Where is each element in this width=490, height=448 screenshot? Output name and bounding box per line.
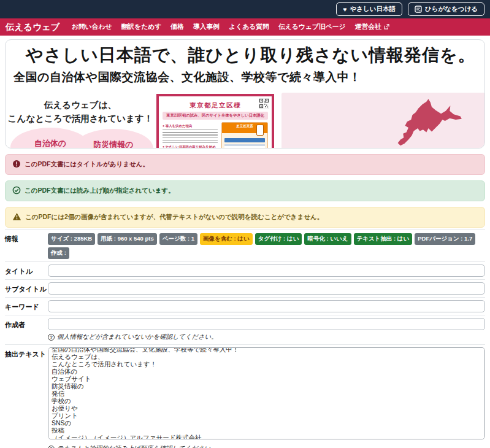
extracted-text-row: 抽出テキスト やさしい日本語で、誰ひとり取り残さない情報発信を。 全国の自治体や… bbox=[5, 344, 485, 448]
hokkaido-map-icon bbox=[393, 98, 463, 149]
alert-missing-alt-text: このPDFには2個の画像が含まれていますが、代替テキストがないので説明を読むこと… bbox=[5, 207, 485, 228]
subtitle-input[interactable] bbox=[48, 282, 485, 295]
nav-item-try-translation[interactable]: 翻訳をためす bbox=[121, 23, 162, 31]
pdf-metadata-form: 情報 サイズ : 285KB 用紙 : 960 x 540 pts ページ数 :… bbox=[5, 229, 485, 448]
heart-icon: ♥ bbox=[343, 6, 346, 13]
alert-reading-order-text: このPDF文書には読み上げ順が指定されています。 bbox=[25, 187, 175, 195]
info-badges: サイズ : 285KB 用紙 : 960 x 540 pts ページ数 : 1 … bbox=[48, 232, 485, 259]
case-study-text-column: ● 導入を決めた理由 ● やさしい日本語の取り組みを始めたきっかけ bbox=[163, 122, 218, 149]
question-circle-icon bbox=[48, 446, 55, 448]
phone-icon bbox=[256, 125, 264, 136]
add-furigana-button[interactable]: ひらがなをつける bbox=[408, 2, 484, 16]
extracted-text-hint: テキストと論理的な読み上げ順序を確認してください。 bbox=[48, 444, 485, 448]
brand-logo[interactable]: 伝えるウェブ bbox=[6, 21, 60, 33]
badge-tagged: タグ付け : はい bbox=[255, 233, 302, 245]
badge-has-images: 画像を含む : はい bbox=[200, 233, 253, 245]
badge-size: サイズ : 285KB bbox=[48, 233, 95, 245]
keywords-label: キーワード bbox=[5, 300, 48, 312]
keywords-input[interactable] bbox=[48, 300, 485, 312]
extracted-text-area[interactable]: やさしい日本語で、誰ひとり取り残さない情報発信を。 全国の自治体や国際交流協会、… bbox=[48, 347, 485, 439]
badge-text-extract: テキスト抽出 : はい bbox=[354, 233, 413, 245]
thumb-blue-bar bbox=[224, 138, 265, 142]
main-navbar: 伝えるウェブ お問い合わせ 翻訳をためす 価格 導入事例 よくある質問 伝えるウ… bbox=[0, 18, 490, 36]
author-hint-text: 個人情報などが含まれていないかを確認してください。 bbox=[57, 333, 218, 341]
alert-reading-order: このPDF文書には読み上げ順が指定されています。 bbox=[5, 180, 485, 201]
nav-item-pricing[interactable]: 価格 bbox=[170, 23, 184, 31]
add-furigana-label: ひらがなをつける bbox=[425, 5, 478, 14]
pdf-usage-intro-line2: こんなところで活用されています！ bbox=[7, 112, 154, 126]
qr-code-icon bbox=[259, 98, 269, 111]
thumb-list-rows bbox=[224, 144, 265, 149]
badge-creator: 作成 : bbox=[48, 247, 69, 259]
case-study-bullet2: ● やさしい日本語の取り組みを始めたきっかけ bbox=[163, 145, 218, 149]
info-row: 情報 サイズ : 285KB 用紙 : 960 x 540 pts ページ数 :… bbox=[5, 229, 485, 261]
exclamation-circle-icon bbox=[12, 160, 21, 169]
case-body-text-lines bbox=[163, 129, 218, 143]
extracted-text-hint-text: テキストと論理的な読み上げ順序を確認してください。 bbox=[57, 444, 217, 448]
keywords-row: キーワード bbox=[5, 297, 485, 315]
pdf-headline: やさしい日本語で、誰ひとり取り残さない情報発信を。 bbox=[26, 44, 476, 67]
check-circle-icon bbox=[12, 186, 21, 196]
case-study-card: 東京都足立区様 東京23区初の試み、区のサイト全体をやさしい日本語化 ● 導入を… bbox=[156, 94, 274, 149]
case-study-app-screenshot: 足立区災害 bbox=[221, 122, 268, 149]
title-label: タイトル bbox=[5, 265, 48, 277]
title-input[interactable] bbox=[48, 265, 485, 277]
subtitle-row: サブタイトル bbox=[5, 279, 485, 297]
japan-map-panel bbox=[281, 93, 485, 149]
pdf-subheadline: 全国の自治体や国際交流協会、文化施設、学校等で続々導入中！ bbox=[13, 69, 361, 85]
case-study-title: 東京都足立区様 bbox=[189, 101, 241, 109]
nav-item-faq[interactable]: よくある質問 bbox=[229, 23, 269, 31]
badge-pages: ページ数 : 1 bbox=[159, 233, 197, 245]
usage-bubble-disaster-info: 防災情報の bbox=[74, 129, 153, 149]
alert-missing-alt-text-text: このPDFには2個の画像が含まれていますが、代替テキストがないので説明を読むこと… bbox=[25, 213, 323, 222]
case-study-header: 東京都足立区様 bbox=[163, 99, 268, 110]
subtitle-label: サブタイトル bbox=[5, 282, 48, 295]
case-study-bullet1: ● 導入を決めた理由 bbox=[163, 124, 218, 128]
pdf-usage-intro: 伝えるウェブは、 こんなところで活用されています！ bbox=[7, 99, 154, 126]
alert-no-title-text: このPDF文書にはタイトルがありません。 bbox=[25, 160, 149, 169]
pdf-usage-intro-line1: 伝えるウェブは、 bbox=[7, 99, 154, 112]
external-link-icon bbox=[384, 23, 389, 31]
case-study-thumb-column: 足立区災害 bbox=[221, 122, 268, 149]
alert-no-title: このPDF文書にはタイトルがありません。 bbox=[5, 154, 485, 175]
pdf-preview: やさしい日本語で、誰ひとり取り残さない情報発信を。 全国の自治体や国際交流協会、… bbox=[5, 39, 485, 149]
badge-pdf-version: PDFバージョン : 1.7 bbox=[415, 233, 475, 245]
easy-japanese-button[interactable]: ♥ やさしい日本語 bbox=[336, 2, 402, 16]
nav-item-contact[interactable]: お問い合わせ bbox=[72, 23, 112, 31]
warning-triangle-icon bbox=[12, 212, 21, 222]
case-study-banner: 東京23区初の試み、区のサイト全体をやさしい日本語化 bbox=[163, 112, 268, 120]
extracted-text-label: 抽出テキスト bbox=[5, 347, 48, 448]
case-study-thumb-title: 足立区災害 bbox=[222, 123, 267, 133]
nav-item-old-site[interactable]: 伝えるウェブ旧ページ bbox=[278, 23, 346, 31]
author-hint: 個人情報などが含まれていないかを確認してください。 bbox=[48, 333, 485, 341]
nav-item-company-label: 運営会社 bbox=[355, 23, 381, 31]
question-circle-icon bbox=[48, 334, 55, 341]
nav-item-case-studies[interactable]: 導入事例 bbox=[193, 23, 220, 31]
badge-encrypted: 暗号化 : いいえ bbox=[304, 233, 351, 245]
furigana-icon bbox=[415, 6, 422, 13]
badge-paper: 用紙 : 960 x 540 pts bbox=[98, 233, 157, 245]
author-label: 作成者 bbox=[5, 318, 48, 342]
nav-item-company[interactable]: 運営会社 bbox=[355, 23, 389, 31]
case-study-body: ● 導入を決めた理由 ● やさしい日本語の取り組みを始めたきっかけ 足立区災害 bbox=[163, 122, 268, 149]
author-row: 作成者 個人情報などが含まれていないかを確認してください。 bbox=[5, 315, 485, 344]
title-row: タイトル bbox=[5, 261, 485, 279]
author-input[interactable] bbox=[48, 318, 485, 330]
info-label: 情報 bbox=[5, 232, 48, 259]
top-utility-bar: ♥ やさしい日本語 ひらがなをつける bbox=[0, 0, 490, 18]
easy-japanese-label: やさしい日本語 bbox=[350, 5, 396, 14]
